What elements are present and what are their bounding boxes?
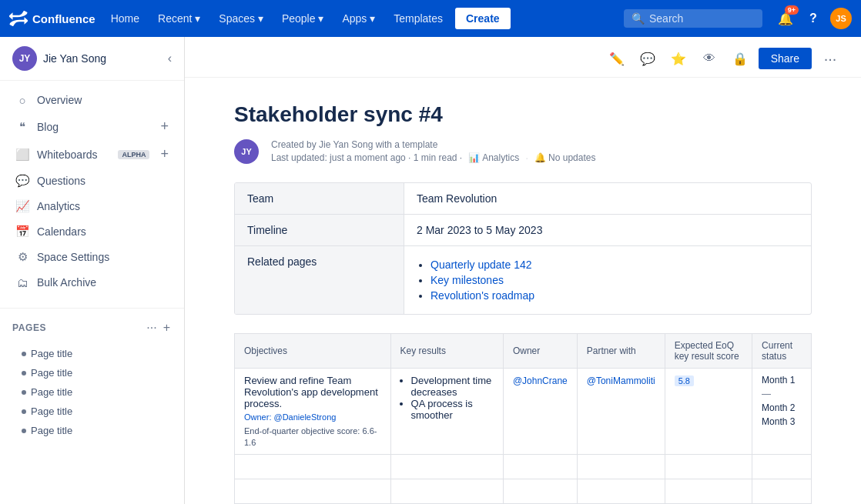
- col-key-results: Key results: [390, 334, 503, 369]
- empty-cell: [235, 455, 391, 479]
- pages-section-actions: ··· +: [145, 319, 172, 336]
- more-options-button[interactable]: ···: [818, 46, 843, 71]
- nav-apps[interactable]: Apps ▾: [336, 9, 381, 28]
- analytics-link[interactable]: 📊 Analytics: [468, 152, 519, 163]
- empty-cell: [752, 455, 812, 479]
- edit-button[interactable]: ✏️: [605, 46, 629, 71]
- sidebar-item-whiteboards[interactable]: ⬜ Whiteboards ALPHA +: [3, 141, 181, 168]
- info-row-team: Team Team Revolution: [235, 183, 811, 215]
- search-box[interactable]: 🔍 Search: [624, 9, 762, 28]
- blog-add-icon[interactable]: +: [160, 118, 169, 135]
- owner-link[interactable]: @JohnCrane: [513, 375, 568, 386]
- analytics-icon: 📈: [15, 199, 29, 213]
- page-title: Page title: [31, 425, 72, 436]
- create-button[interactable]: Create: [455, 8, 511, 29]
- bulk-archive-icon: 🗂: [15, 275, 29, 289]
- meta-updated: Last updated: just a moment ago · 1 min …: [271, 152, 462, 163]
- sidebar-collapse-button[interactable]: ‹: [168, 52, 172, 65]
- timeline-label: Timeline: [235, 215, 404, 245]
- page-bullet: [22, 352, 26, 356]
- nav-recent[interactable]: Recent ▾: [152, 9, 206, 28]
- key-result-2: QA process is smoother: [411, 398, 494, 421]
- partner-link[interactable]: @ToniMammoliti: [587, 375, 655, 386]
- topnav-icons: 🔔 9+ ? JS: [775, 8, 852, 29]
- objective-score: End-of-quarter objective score: 6.6-1.6: [244, 426, 377, 447]
- sidebar-avatar: JY: [12, 46, 37, 71]
- page-item[interactable]: Page title: [0, 344, 184, 363]
- comment-button[interactable]: 💬: [635, 46, 660, 71]
- info-table: Team Team Revolution Timeline 2 Mar 2023…: [234, 182, 812, 315]
- nav-templates[interactable]: Templates: [387, 9, 449, 28]
- page-bullet: [22, 371, 26, 375]
- star-button[interactable]: ⭐: [666, 46, 691, 71]
- page-item[interactable]: Page title: [0, 421, 184, 440]
- team-label: Team: [235, 183, 404, 214]
- updates-icon: 🔔: [534, 152, 546, 163]
- related-link-2[interactable]: Key milestones: [430, 274, 504, 286]
- empty-cell: [577, 479, 665, 504]
- related-link-1[interactable]: Quarterly update 142: [430, 259, 532, 271]
- sidebar-header: JY Jie Yan Song ‹: [0, 37, 184, 81]
- pages-section-label: Pages: [12, 322, 46, 333]
- questions-icon: 💬: [15, 174, 29, 188]
- user-avatar[interactable]: JS: [830, 8, 852, 29]
- notifications-button[interactable]: 🔔 9+: [775, 8, 796, 29]
- sidebar-item-space-settings[interactable]: ⚙ Space Settings: [3, 245, 181, 269]
- pages-add-button[interactable]: +: [162, 319, 172, 336]
- cell-owner: @JohnCrane: [503, 369, 577, 455]
- month1-label: Month 1: [762, 375, 802, 386]
- confluence-logo-icon: [9, 9, 28, 28]
- team-value: Team Revolution: [404, 183, 811, 214]
- sidebar-item-calendars[interactable]: 📅 Calendars: [3, 219, 181, 244]
- pages-section-header: Pages ··· +: [0, 315, 184, 341]
- restrict-button[interactable]: 🔒: [728, 46, 752, 71]
- empty-cell: [390, 455, 503, 479]
- sidebar-item-overview[interactable]: ○ Overview: [3, 88, 181, 112]
- pages-more-button[interactable]: ···: [145, 319, 158, 336]
- empty-cell: [665, 455, 752, 479]
- empty-cell: [665, 479, 752, 504]
- space-settings-icon: ⚙: [15, 250, 29, 264]
- no-updates: 🔔 No updates: [534, 152, 595, 163]
- meta-info: Created by Jie Yan Song with a template …: [271, 139, 595, 164]
- blog-icon: ❝: [15, 120, 29, 134]
- search-placeholder: Search: [649, 12, 683, 25]
- sidebar-item-analytics[interactable]: 📈 Analytics: [3, 194, 181, 219]
- sidebar-item-label: Overview: [37, 94, 169, 106]
- nav-home[interactable]: Home: [105, 9, 146, 28]
- page-bullet: [22, 429, 26, 433]
- page-item[interactable]: Page title: [0, 382, 184, 402]
- nav-spaces[interactable]: Spaces ▾: [213, 9, 270, 28]
- empty-cell: [577, 455, 665, 479]
- share-button[interactable]: Share: [759, 48, 812, 69]
- page-title: Page title: [31, 367, 72, 379]
- page-item[interactable]: Page title: [0, 402, 184, 421]
- sidebar-item-label: Bulk Archive: [37, 276, 169, 289]
- page-title: Page title: [31, 406, 72, 417]
- help-button[interactable]: ?: [802, 8, 824, 29]
- empty-cell: [390, 479, 503, 504]
- page-bullet: [22, 409, 26, 414]
- nav-people[interactable]: People ▾: [276, 9, 330, 28]
- objective-owner: Owner: @DanieleStrong: [244, 412, 381, 422]
- page-content-area: Stakeholder sync #4 JY Created by Jie Ya…: [185, 78, 861, 504]
- logo[interactable]: Confluence: [9, 9, 95, 28]
- sidebar-item-blog[interactable]: ❝ Blog +: [3, 113, 181, 140]
- topnav: Confluence Home Recent ▾ Spaces ▾ People…: [0, 0, 861, 37]
- page-bullet: [22, 390, 26, 395]
- sidebar-user-name: Jie Yan Song: [43, 52, 106, 65]
- main-content: ✏️ 💬 ⭐ 👁 🔒 Share ··· Stakeholder sync #4…: [185, 37, 861, 504]
- okr-table-body: Review and refine Team Revolution's app …: [235, 369, 812, 505]
- watch-button[interactable]: 👁: [697, 46, 722, 71]
- notification-badge: 9+: [785, 5, 799, 15]
- col-current-status: Current status: [752, 334, 812, 369]
- page-item[interactable]: Page title: [0, 363, 184, 382]
- overview-icon: ○: [15, 93, 29, 107]
- sidebar-item-questions[interactable]: 💬 Questions: [3, 169, 181, 193]
- related-link-3[interactable]: Revolution's roadmap: [430, 289, 534, 302]
- sidebar-item-label: Whiteboards: [37, 149, 107, 161]
- page-list: Page title Page title Page title Page ti…: [0, 341, 184, 443]
- sidebar-item-bulk-archive[interactable]: 🗂 Bulk Archive: [3, 270, 181, 295]
- objective-text: Review and refine Team Revolution's app …: [244, 375, 381, 409]
- whiteboards-add-icon[interactable]: +: [160, 146, 169, 162]
